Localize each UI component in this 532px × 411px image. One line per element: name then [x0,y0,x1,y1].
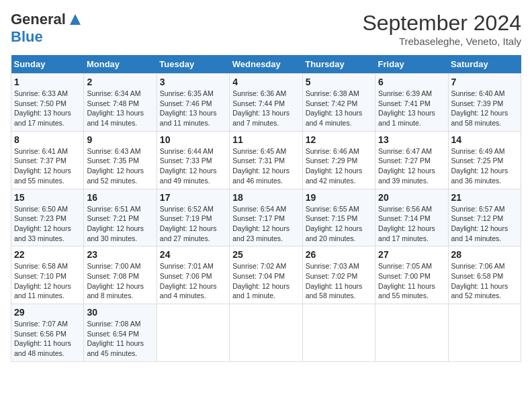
calendar-cell [302,304,375,362]
col-header-wednesday: Wednesday [230,55,302,74]
day-info: Sunrise: 6:38 AM Sunset: 7:42 PM Dayligh… [306,89,363,127]
calendar-cell: 17 Sunrise: 6:52 AM Sunset: 7:19 PM Dayl… [157,189,229,246]
day-info: Sunrise: 6:47 AM Sunset: 7:27 PM Dayligh… [378,147,435,185]
logo-blue-text: Blue [11,28,43,46]
day-number: 16 [87,192,153,203]
day-number: 19 [306,192,372,203]
calendar-cell: 12 Sunrise: 6:46 AM Sunset: 7:29 PM Dayl… [302,131,375,189]
day-info: Sunrise: 7:07 AM Sunset: 6:56 PM Dayligh… [14,320,71,357]
calendar-cell: 24 Sunrise: 7:01 AM Sunset: 7:06 PM Dayl… [157,246,229,304]
day-info: Sunrise: 6:36 AM Sunset: 7:44 PM Dayligh… [232,89,290,127]
day-number: 30 [87,307,153,318]
calendar-cell [157,304,229,362]
day-number: 29 [14,307,81,318]
week-row: 15 Sunrise: 6:50 AM Sunset: 7:23 PM Dayl… [11,189,521,246]
day-info: Sunrise: 7:00 AM Sunset: 7:08 PM Dayligh… [87,262,144,300]
calendar-cell: 11 Sunrise: 6:45 AM Sunset: 7:31 PM Dayl… [230,131,302,189]
day-info: Sunrise: 6:44 AM Sunset: 7:33 PM Dayligh… [160,147,217,185]
day-number: 3 [160,77,226,87]
calendar-cell: 22 Sunrise: 6:58 AM Sunset: 7:10 PM Dayl… [11,246,84,304]
day-info: Sunrise: 6:40 AM Sunset: 7:39 PM Dayligh… [451,89,508,127]
day-info: Sunrise: 6:33 AM Sunset: 7:50 PM Dayligh… [14,89,71,127]
calendar-cell: 8 Sunrise: 6:41 AM Sunset: 7:37 PM Dayli… [11,131,84,189]
calendar-cell: 18 Sunrise: 6:54 AM Sunset: 7:17 PM Dayl… [230,189,302,246]
day-info: Sunrise: 6:50 AM Sunset: 7:23 PM Dayligh… [14,205,71,242]
day-info: Sunrise: 7:06 AM Sunset: 6:58 PM Dayligh… [451,262,508,300]
calendar-cell: 23 Sunrise: 7:00 AM Sunset: 7:08 PM Dayl… [84,246,157,304]
calendar-cell: 1 Sunrise: 6:33 AM Sunset: 7:50 PM Dayli… [11,74,84,132]
day-number: 6 [378,77,445,87]
day-info: Sunrise: 6:55 AM Sunset: 7:15 PM Dayligh… [306,205,363,242]
logo-icon [69,13,82,26]
day-number: 27 [378,249,445,260]
calendar-cell: 26 Sunrise: 7:03 AM Sunset: 7:02 PM Dayl… [302,246,375,304]
header: General Blue September 2024 Trebaseleghe… [11,11,521,47]
day-number: 25 [232,249,299,260]
day-number: 26 [306,249,372,260]
calendar-cell: 4 Sunrise: 6:36 AM Sunset: 7:44 PM Dayli… [230,74,302,132]
day-info: Sunrise: 6:51 AM Sunset: 7:21 PM Dayligh… [87,205,144,242]
day-info: Sunrise: 6:56 AM Sunset: 7:14 PM Dayligh… [378,205,435,242]
day-info: Sunrise: 6:57 AM Sunset: 7:12 PM Dayligh… [451,205,508,242]
calendar-cell [375,304,448,362]
svg-marker-0 [70,14,81,25]
month-title: September 2024 [362,11,521,36]
calendar-cell: 27 Sunrise: 7:05 AM Sunset: 7:00 PM Dayl… [375,246,448,304]
week-row: 8 Sunrise: 6:41 AM Sunset: 7:37 PM Dayli… [11,131,521,189]
calendar-cell [230,304,302,362]
day-info: Sunrise: 6:39 AM Sunset: 7:41 PM Dayligh… [378,89,435,127]
day-number: 17 [160,192,226,203]
day-info: Sunrise: 7:03 AM Sunset: 7:02 PM Dayligh… [306,262,363,300]
week-row: 22 Sunrise: 6:58 AM Sunset: 7:10 PM Dayl… [11,246,521,304]
calendar-cell: 29 Sunrise: 7:07 AM Sunset: 6:56 PM Dayl… [11,304,84,362]
calendar-cell: 19 Sunrise: 6:55 AM Sunset: 7:15 PM Dayl… [302,189,375,246]
logo: General Blue [11,11,82,46]
day-info: Sunrise: 7:02 AM Sunset: 7:04 PM Dayligh… [232,262,290,300]
day-number: 24 [160,249,226,260]
calendar-cell: 16 Sunrise: 6:51 AM Sunset: 7:21 PM Dayl… [84,189,157,246]
calendar-cell: 10 Sunrise: 6:44 AM Sunset: 7:33 PM Dayl… [157,131,229,189]
calendar-cell: 14 Sunrise: 6:49 AM Sunset: 7:25 PM Dayl… [448,131,521,189]
day-number: 10 [160,134,226,145]
day-info: Sunrise: 6:46 AM Sunset: 7:29 PM Dayligh… [306,147,363,185]
day-number: 14 [451,134,518,145]
calendar-cell: 9 Sunrise: 6:43 AM Sunset: 7:35 PM Dayli… [84,131,157,189]
day-info: Sunrise: 6:43 AM Sunset: 7:35 PM Dayligh… [87,147,144,185]
day-number: 23 [87,249,153,260]
day-number: 21 [451,192,518,203]
day-number: 1 [14,77,81,87]
week-row: 29 Sunrise: 7:07 AM Sunset: 6:56 PM Dayl… [11,304,521,362]
title-area: September 2024 Trebaseleghe, Veneto, Ita… [362,11,521,47]
logo-general-text: General [11,11,66,28]
day-number: 22 [14,249,81,260]
day-number: 5 [306,77,372,87]
day-number: 18 [232,192,299,203]
col-header-friday: Friday [375,55,448,74]
day-number: 11 [232,134,299,145]
calendar-cell [448,304,521,362]
col-header-monday: Monday [84,55,157,74]
calendar-cell: 30 Sunrise: 7:08 AM Sunset: 6:54 PM Dayl… [84,304,157,362]
day-info: Sunrise: 6:45 AM Sunset: 7:31 PM Dayligh… [232,147,290,185]
day-info: Sunrise: 6:54 AM Sunset: 7:17 PM Dayligh… [232,205,290,242]
col-header-sunday: Sunday [11,55,84,74]
day-number: 15 [14,192,81,203]
day-number: 28 [451,249,518,260]
day-info: Sunrise: 7:08 AM Sunset: 6:54 PM Dayligh… [87,320,144,357]
calendar-cell: 15 Sunrise: 6:50 AM Sunset: 7:23 PM Dayl… [11,189,84,246]
col-header-tuesday: Tuesday [157,55,229,74]
calendar-cell: 5 Sunrise: 6:38 AM Sunset: 7:42 PM Dayli… [302,74,375,132]
day-number: 8 [14,134,81,145]
day-number: 4 [232,77,299,87]
calendar-cell: 25 Sunrise: 7:02 AM Sunset: 7:04 PM Dayl… [230,246,302,304]
col-header-saturday: Saturday [448,55,521,74]
calendar-table: SundayMondayTuesdayWednesdayThursdayFrid… [11,55,521,362]
calendar-cell: 6 Sunrise: 6:39 AM Sunset: 7:41 PM Dayli… [375,74,448,132]
day-info: Sunrise: 6:52 AM Sunset: 7:19 PM Dayligh… [160,205,217,242]
day-number: 13 [378,134,445,145]
calendar-cell: 2 Sunrise: 6:34 AM Sunset: 7:48 PM Dayli… [84,74,157,132]
location: Trebaseleghe, Veneto, Italy [362,36,521,47]
day-number: 12 [306,134,372,145]
day-info: Sunrise: 6:34 AM Sunset: 7:48 PM Dayligh… [87,89,144,127]
week-row: 1 Sunrise: 6:33 AM Sunset: 7:50 PM Dayli… [11,74,521,132]
